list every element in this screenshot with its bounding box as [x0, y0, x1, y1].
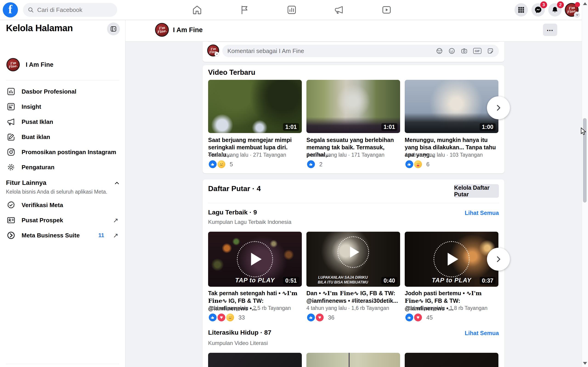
- sidebar-item-pusat-prospek[interactable]: Pusat Prospek ↗: [4, 213, 121, 228]
- sidebar-item-label: Promosikan postingan Instagram: [22, 149, 116, 156]
- reactions-row[interactable]: 6: [405, 160, 430, 169]
- sidebar-item-insight[interactable]: Insight: [4, 99, 121, 114]
- playlist-video-thumbnail[interactable]: [306, 353, 400, 367]
- avatar-sticker-icon[interactable]: [436, 48, 443, 54]
- search-icon: [27, 7, 34, 13]
- sidebar-collapse-icon: [110, 25, 117, 32]
- sidebar-item-dasbor-profesional[interactable]: Dasbor Profesional: [4, 84, 121, 99]
- external-link-icon: ↗: [113, 232, 118, 239]
- sidebar-item-pusat-iklan[interactable]: Pusat Iklan: [4, 114, 121, 129]
- video-duration: 1:00: [480, 123, 496, 131]
- camera-icon[interactable]: [461, 48, 468, 54]
- notifications-badge: 2: [557, 1, 564, 8]
- video-thumbnail[interactable]: 1:01: [208, 80, 302, 133]
- love-reaction-icon: ♥: [217, 313, 226, 322]
- playlist-video-thumbnail[interactable]: TAP to PLAY 0:51: [208, 232, 302, 287]
- reactions-row[interactable]: 2: [306, 160, 322, 169]
- love-reaction-icon: ♥: [315, 313, 324, 322]
- emoji-icon[interactable]: [448, 48, 455, 54]
- nav-video-tab[interactable]: [374, 2, 399, 17]
- profile-menu-button[interactable]: I'mFine.: [565, 3, 579, 17]
- composer-avatar-wrap[interactable]: I'mFine.: [207, 44, 219, 56]
- composer-icons: GIF: [436, 48, 494, 54]
- like-reaction-icon: [208, 160, 217, 169]
- scrollbar-down-arrow[interactable]: [583, 362, 587, 365]
- external-link-icon: ↗: [113, 217, 118, 224]
- sidebar-item-label: Pengaturan: [22, 164, 54, 171]
- scrollbar-up-arrow[interactable]: [583, 2, 587, 5]
- dashboard-icon: [6, 87, 16, 96]
- nav-home-tab[interactable]: [184, 2, 210, 17]
- bell-icon: [551, 6, 559, 14]
- video-meta: 4 tahun yang lalu · 1,8 rb Tayangan: [405, 305, 498, 311]
- sidebar-item-label: Dasbor Profesional: [22, 88, 76, 95]
- playlist-subtitle: Kumpulan Lagu Terbaik Indonesia: [208, 219, 291, 225]
- divider: [6, 364, 119, 364]
- more-features-subtitle: Kelola bisnis Anda di seluruh aplikasi M…: [6, 189, 107, 195]
- sidebar-item-label: Buat iklan: [22, 133, 50, 141]
- playlist-video-thumbnail[interactable]: [208, 353, 302, 367]
- instagram-icon: [6, 148, 16, 157]
- like-reaction-icon: [405, 313, 414, 322]
- chevron-up-icon[interactable]: [114, 180, 120, 186]
- reactions-row[interactable]: 5: [208, 160, 233, 169]
- page-header-title: I Am Fine: [173, 26, 203, 34]
- carousel-next-button[interactable]: [487, 248, 510, 271]
- reaction-count: 2: [319, 161, 322, 168]
- thumbnail-overlay-text: LUPAKANLAH SAJA DIRIKU BILA ITU BISA MEM…: [306, 275, 380, 285]
- page-scrollbar[interactable]: [582, 0, 588, 367]
- reactions-row[interactable]: ♥ 33: [208, 313, 245, 322]
- comment-input[interactable]: Komentari sebagai I Am Fine GIF: [222, 45, 499, 57]
- divider: [6, 80, 119, 81]
- video-meta: 4 tahun yang lalu · 171 Tayangan: [306, 152, 400, 158]
- care-reaction-icon: [414, 160, 423, 169]
- playlist-video-thumbnail[interactable]: TAP to PLAY 0:37: [405, 232, 498, 287]
- sidebar-item-verifikasi-meta[interactable]: Verifikasi Meta: [4, 198, 121, 213]
- messenger-icon: [534, 6, 542, 14]
- facebook-logo[interactable]: f: [3, 2, 18, 17]
- see-all-link[interactable]: Lihat Semua: [465, 330, 499, 336]
- love-reaction-icon: ♥: [414, 313, 423, 322]
- carousel-next-button[interactable]: [487, 96, 510, 119]
- nav-ad-center-tab[interactable]: [326, 2, 352, 17]
- sidebar-current-page[interactable]: I'mFine. I Am Fine: [4, 56, 121, 73]
- sidebar-item-label: Meta Business Suite: [22, 232, 80, 239]
- video-thumbnail[interactable]: 1:01: [306, 80, 400, 133]
- sticker-icon[interactable]: [487, 48, 494, 54]
- reaction-count: 6: [426, 161, 430, 168]
- insight-icon: [6, 102, 16, 111]
- comment-composer-card: I'mFine. Komentari sebagai I Am Fine GIF: [203, 42, 504, 62]
- reactions-row[interactable]: ♥ 45: [405, 313, 433, 322]
- video-caption[interactable]: Dan • ∿I'm Fine∿ IG, FB & TW: @iamfinene…: [306, 290, 400, 304]
- playlist-video-thumbnail[interactable]: [405, 353, 498, 367]
- sidebar-item-meta-business-suite[interactable]: Meta Business Suite 11 ↗: [4, 228, 121, 243]
- search-box[interactable]: [23, 3, 117, 17]
- manage-playlists-button[interactable]: Kelola Daftar Putar: [454, 184, 499, 198]
- page-header-avatar[interactable]: I'mFine.: [155, 23, 169, 37]
- see-all-link[interactable]: Lihat Semua: [465, 210, 499, 216]
- gif-icon[interactable]: GIF: [473, 48, 481, 54]
- sidebar-item-buat-iklan[interactable]: Buat iklan: [4, 129, 121, 144]
- sad-reaction-icon: [225, 313, 235, 322]
- video-meta: 4 tahun yang lalu · 103 Tayangan: [405, 152, 498, 158]
- video-thumbnail[interactable]: 1:00: [405, 80, 498, 133]
- search-input[interactable]: [37, 6, 107, 14]
- sidebar-item-pengaturan[interactable]: Pengaturan: [4, 160, 121, 175]
- brand-text: ∿I'm Fine∿: [322, 290, 359, 297]
- thumbnail-art-line: [349, 353, 350, 367]
- playlists-title: Daftar Putar · 4: [208, 184, 261, 193]
- apps-menu-button[interactable]: [515, 3, 528, 17]
- playlist-video-thumbnail[interactable]: LUPAKANLAH SAJA DIRIKU BILA ITU BISA MEM…: [306, 232, 400, 287]
- like-reaction-icon: [306, 313, 316, 322]
- sidebar-collapse-button[interactable]: [107, 23, 120, 35]
- nav-insights-tab[interactable]: [279, 2, 304, 17]
- reactions-row[interactable]: ♥ 36: [306, 313, 334, 322]
- home-icon: [192, 5, 202, 15]
- nav-pages-tab[interactable]: [232, 2, 258, 17]
- bar-chart-icon: [286, 5, 297, 15]
- comment-placeholder: Komentari sebagai I Am Fine: [227, 48, 304, 55]
- more-options-button[interactable]: …: [543, 24, 557, 36]
- mbs-count-badge: 11: [98, 232, 104, 239]
- video-meta: 4 tahun yang lalu · 2,5 rb Tayangan: [208, 305, 302, 311]
- sidebar-item-promosikan-instagram[interactable]: Promosikan postingan Instagram: [4, 144, 121, 160]
